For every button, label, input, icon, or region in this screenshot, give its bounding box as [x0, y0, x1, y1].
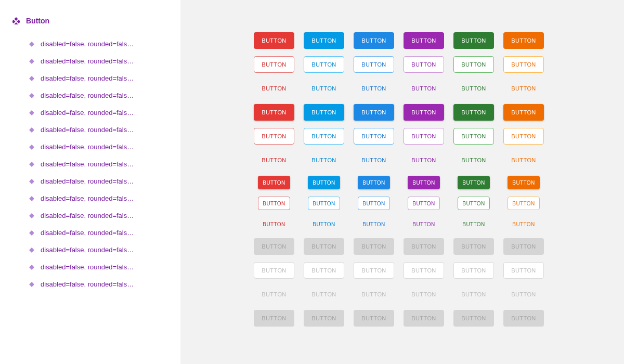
button-text-green[interactable]: BUTTON [453, 152, 494, 168]
button-row: BUTTONBUTTONBUTTONBUTTONBUTTONBUTTON [253, 80, 624, 97]
svg-rect-10 [29, 145, 34, 150]
button-contained-green[interactable]: BUTTON [453, 32, 494, 49]
button-cell: BUTTON [303, 176, 345, 189]
button-cell: BUTTON [253, 152, 295, 168]
button-text-indigo[interactable]: BUTTON [354, 152, 394, 168]
button-contained-orange[interactable]: BUTTON [508, 176, 540, 189]
svg-rect-9 [29, 127, 34, 133]
variant-item[interactable]: disabled=false, rounded=fals… [0, 35, 180, 53]
button-outlined-green[interactable]: BUTTON [453, 56, 494, 73]
button-text-blue-disabled: BUTTON [304, 286, 344, 303]
button-cell: BUTTON [353, 262, 395, 279]
button-outlined-blue[interactable]: BUTTON [308, 197, 340, 210]
button-text-indigo[interactable]: BUTTON [358, 217, 390, 231]
button-contained-purple[interactable]: BUTTON [404, 104, 444, 121]
button-text-orange[interactable]: BUTTON [503, 80, 544, 97]
svg-rect-18 [29, 282, 34, 287]
button-cell: BUTTON [303, 56, 345, 73]
button-cell: BUTTON [253, 176, 295, 189]
button-contained-orange[interactable]: BUTTON [503, 104, 544, 121]
button-contained-purple[interactable]: BUTTON [404, 32, 444, 49]
button-outlined-orange[interactable]: BUTTON [503, 56, 544, 73]
button-outlined-orange[interactable]: BUTTON [508, 197, 540, 210]
button-text-orange[interactable]: BUTTON [508, 217, 540, 231]
sidebar-header[interactable]: Button [0, 12, 180, 29]
button-outlined-purple[interactable]: BUTTON [404, 56, 444, 73]
button-cell: BUTTON [303, 32, 345, 49]
button-cell: BUTTON [253, 80, 295, 97]
button-contained-red[interactable]: BUTTON [254, 104, 294, 121]
button-cell: BUTTON [253, 217, 295, 231]
canvas[interactable]: BUTTONBUTTONBUTTONBUTTONBUTTONBUTTONBUTT… [180, 0, 624, 364]
svg-rect-7 [29, 93, 34, 98]
variant-item[interactable]: disabled=false, rounded=fals… [0, 138, 180, 155]
button-text-red[interactable]: BUTTON [254, 80, 294, 97]
button-row: BUTTONBUTTONBUTTONBUTTONBUTTONBUTTON [253, 104, 624, 121]
button-text-red[interactable]: BUTTON [258, 217, 290, 231]
button-cell: BUTTON [303, 238, 345, 255]
button-row: BUTTONBUTTONBUTTONBUTTONBUTTONBUTTON [253, 286, 624, 303]
button-outlined-indigo[interactable]: BUTTON [358, 197, 390, 210]
variant-item[interactable]: disabled=false, rounded=fals… [0, 104, 180, 121]
button-contained-green[interactable]: BUTTON [453, 104, 494, 121]
button-outlined-orange[interactable]: BUTTON [503, 128, 544, 145]
button-text-blue[interactable]: BUTTON [308, 217, 340, 231]
variant-label: disabled=false, rounded=fals… [41, 263, 134, 271]
button-contained-green-disabled: BUTTON [453, 310, 494, 327]
variant-item[interactable]: disabled=false, rounded=fals… [0, 70, 180, 87]
button-outlined-blue[interactable]: BUTTON [304, 128, 344, 145]
variant-label: disabled=false, rounded=fals… [41, 212, 134, 219]
variant-item[interactable]: disabled=false, rounded=fals… [0, 258, 180, 276]
button-contained-blue[interactable]: BUTTON [304, 104, 344, 121]
button-text-green[interactable]: BUTTON [453, 80, 494, 97]
button-outlined-red[interactable]: BUTTON [258, 197, 290, 210]
button-text-purple[interactable]: BUTTON [408, 217, 440, 231]
button-outlined-purple[interactable]: BUTTON [404, 128, 444, 145]
button-contained-indigo[interactable]: BUTTON [354, 104, 394, 121]
variant-label: disabled=false, rounded=fals… [41, 74, 134, 82]
button-text-blue[interactable]: BUTTON [304, 80, 344, 97]
variant-item[interactable]: disabled=false, rounded=fals… [0, 224, 180, 241]
button-cell: BUTTON [453, 56, 495, 73]
button-outlined-blue[interactable]: BUTTON [304, 56, 344, 73]
svg-rect-14 [29, 213, 34, 218]
button-contained-blue[interactable]: BUTTON [308, 176, 340, 189]
button-outlined-red[interactable]: BUTTON [254, 56, 294, 73]
button-contained-orange[interactable]: BUTTON [503, 32, 544, 49]
variant-icon [29, 230, 34, 236]
button-cell: BUTTON [453, 238, 495, 255]
button-contained-red[interactable]: BUTTON [258, 176, 290, 189]
button-text-blue[interactable]: BUTTON [304, 152, 344, 168]
button-contained-blue[interactable]: BUTTON [304, 32, 344, 49]
button-outlined-green[interactable]: BUTTON [453, 128, 494, 145]
button-outlined-red[interactable]: BUTTON [254, 128, 294, 145]
button-cell: BUTTON [303, 217, 345, 231]
button-outlined-indigo[interactable]: BUTTON [354, 128, 394, 145]
button-outlined-purple-disabled: BUTTON [404, 262, 444, 279]
button-text-indigo[interactable]: BUTTON [354, 80, 394, 97]
button-cell: BUTTON [303, 104, 345, 121]
variant-item[interactable]: disabled=false, rounded=fals… [0, 173, 180, 190]
variant-item[interactable]: disabled=false, rounded=fals… [0, 155, 180, 173]
button-text-purple[interactable]: BUTTON [404, 152, 444, 168]
button-text-orange[interactable]: BUTTON [503, 152, 544, 168]
variant-item[interactable]: disabled=false, rounded=fals… [0, 121, 180, 138]
button-contained-indigo[interactable]: BUTTON [354, 32, 394, 49]
button-outlined-indigo[interactable]: BUTTON [354, 56, 394, 73]
button-contained-indigo[interactable]: BUTTON [358, 176, 390, 189]
variant-item[interactable]: disabled=false, rounded=fals… [0, 53, 180, 70]
button-contained-red[interactable]: BUTTON [254, 32, 294, 49]
variant-icon [29, 213, 34, 218]
variant-item[interactable]: disabled=false, rounded=fals… [0, 87, 180, 104]
button-text-purple[interactable]: BUTTON [404, 80, 444, 97]
variant-item[interactable]: disabled=false, rounded=fals… [0, 190, 180, 207]
button-text-green[interactable]: BUTTON [458, 217, 490, 231]
variant-item[interactable]: disabled=false, rounded=fals… [0, 241, 180, 258]
button-outlined-purple[interactable]: BUTTON [408, 197, 440, 210]
variant-item[interactable]: disabled=false, rounded=fals… [0, 276, 180, 293]
button-contained-purple[interactable]: BUTTON [408, 176, 440, 189]
button-text-red[interactable]: BUTTON [254, 152, 294, 168]
variant-item[interactable]: disabled=false, rounded=fals… [0, 207, 180, 224]
button-outlined-green[interactable]: BUTTON [458, 197, 490, 210]
button-contained-green[interactable]: BUTTON [458, 176, 490, 189]
